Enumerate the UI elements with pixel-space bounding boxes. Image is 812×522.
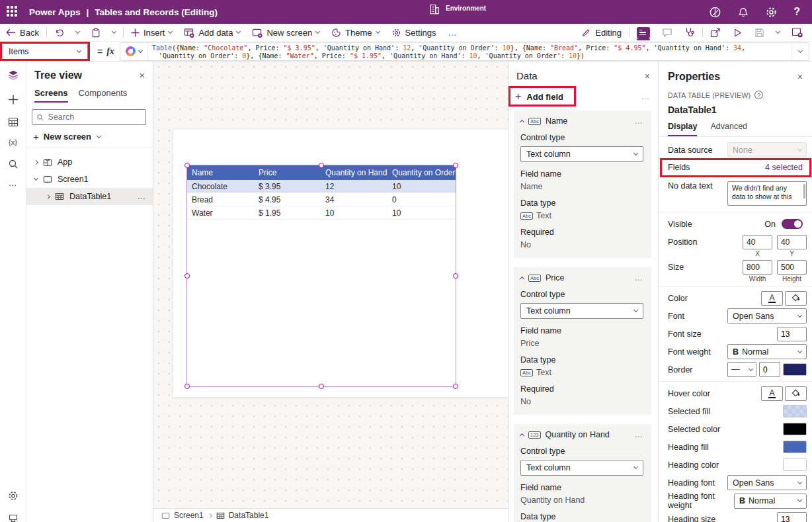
visible-toggle[interactable] — [782, 219, 803, 229]
waffle-menu-icon[interactable] — [7, 6, 19, 18]
tab-display[interactable]: Display — [668, 122, 697, 136]
table-row[interactable]: Water $ 1.95 10 10 — [187, 206, 456, 220]
insert-menu[interactable]: Insert — [125, 24, 179, 41]
more-icon[interactable]: … — [635, 273, 644, 283]
close-icon[interactable]: × — [140, 70, 145, 81]
advanced-settings-rail-icon[interactable] — [7, 490, 19, 504]
publish-button[interactable] — [786, 24, 812, 41]
environment-picker[interactable]: Environment — [428, 3, 486, 15]
no-data-text-input[interactable]: We didn't find any data to show at this — [727, 181, 807, 206]
undo-dropdown[interactable] — [70, 24, 85, 41]
font-size-input[interactable] — [777, 327, 807, 341]
settings-menu[interactable]: Settings — [386, 24, 442, 41]
save-dropdown[interactable] — [770, 24, 786, 41]
search-input[interactable] — [48, 112, 142, 122]
field-card-header[interactable]: 123 Quantity on Hand … — [520, 430, 643, 439]
insert-rail-icon[interactable] — [8, 95, 18, 107]
tree-search-box[interactable] — [32, 109, 146, 125]
fill-color-button[interactable] — [785, 291, 807, 306]
position-x-input[interactable] — [743, 235, 772, 249]
control-type-dropdown[interactable]: Text column — [520, 303, 643, 319]
formula-copilot-button[interactable] — [120, 43, 148, 60]
heading-color-swatch[interactable] — [783, 458, 807, 471]
virtual-agent-rail-icon[interactable] — [8, 514, 19, 522]
column-header[interactable]: Price — [254, 165, 321, 180]
paste-button[interactable] — [85, 24, 106, 41]
formula-input-area[interactable]: Table({Name: "Chocolate", Price: "$ 3.95… — [120, 42, 809, 61]
breadcrumb-datatable1[interactable]: DataTable1 — [216, 511, 269, 520]
heading-font-weight-dropdown[interactable]: BNormal — [734, 494, 807, 509]
heading-font-dropdown[interactable]: Open Sans — [727, 475, 807, 490]
design-canvas[interactable]: Name Price Quantity on Hand Quantity on … — [153, 62, 508, 522]
selected-fill-swatch[interactable] — [783, 405, 807, 417]
control-type-dropdown[interactable]: Text column — [520, 146, 643, 162]
more-icon[interactable]: … — [635, 116, 644, 126]
undo-button[interactable] — [48, 24, 70, 41]
tree-item-datatable1[interactable]: DataTable1 … — [26, 188, 153, 205]
tree-item-screen1[interactable]: Screen1 — [26, 171, 153, 188]
help-icon[interactable]: ? — [754, 91, 763, 99]
font-color-button[interactable]: A — [761, 291, 783, 306]
paste-dropdown[interactable] — [106, 24, 122, 41]
tab-components[interactable]: Components — [79, 88, 128, 103]
save-button[interactable] — [749, 24, 770, 41]
formula-expand-button[interactable] — [792, 43, 809, 60]
search-rail-icon[interactable] — [8, 159, 19, 172]
comments-button[interactable] — [656, 24, 678, 41]
more-icon[interactable]: … — [138, 192, 153, 201]
column-header[interactable]: Quantity on Order — [387, 165, 456, 180]
heading-size-input[interactable] — [777, 512, 807, 522]
new-screen-button[interactable]: + New screen — [26, 125, 153, 148]
field-card-header[interactable]: Abc Price … — [520, 273, 643, 283]
settings-gear-icon[interactable] — [765, 6, 778, 19]
help-icon[interactable]: ? — [793, 6, 800, 18]
app-checker-button[interactable] — [678, 24, 701, 41]
fields-selected-link[interactable]: 4 selected — [765, 163, 807, 172]
variables-rail-icon[interactable]: {x} — [9, 138, 17, 146]
table-row[interactable]: Bread $ 4.95 34 0 — [187, 193, 456, 206]
column-header[interactable]: Name — [187, 165, 254, 180]
scrollbar[interactable] — [803, 184, 805, 198]
copilot-icon[interactable] — [709, 6, 721, 19]
property-selector[interactable]: Items — [1, 43, 88, 60]
table-row[interactable]: Chocolate $ 3.95 12 10 — [187, 180, 456, 193]
data-rail-icon[interactable] — [8, 117, 19, 130]
theme-menu[interactable]: Theme — [325, 24, 385, 41]
selected-color-swatch[interactable] — [783, 423, 807, 435]
field-card-header[interactable]: Abc Name … — [520, 116, 643, 126]
more-icon[interactable]: … — [635, 430, 644, 439]
data-source-dropdown[interactable]: None — [727, 142, 807, 157]
more-icon[interactable]: … — [641, 92, 651, 101]
tree-view-rail-icon[interactable] — [7, 69, 19, 84]
formula-text[interactable]: Table({Name: "Chocolate", Price: "$ 3.95… — [148, 43, 792, 60]
font-weight-dropdown[interactable]: BNormal — [727, 344, 807, 359]
new-screen-menu[interactable]: New screen — [246, 24, 325, 41]
editing-mode-button[interactable]: Editing — [576, 24, 628, 41]
size-width-input[interactable] — [743, 260, 772, 275]
properties-pane-toggle[interactable] — [631, 24, 656, 41]
hover-font-color-button[interactable]: A — [761, 386, 783, 401]
border-width-input[interactable] — [759, 362, 780, 377]
more-commands-button[interactable]: … — [442, 24, 463, 41]
share-button[interactable] — [704, 24, 727, 41]
back-button[interactable]: Back — [0, 24, 45, 41]
tree-item-app[interactable]: App — [26, 153, 153, 171]
control-type-dropdown[interactable]: Text column — [520, 460, 643, 476]
more-rail-icon[interactable]: … — [9, 178, 18, 188]
border-color-swatch[interactable] — [783, 363, 807, 376]
preview-play-button[interactable] — [727, 24, 749, 41]
notifications-bell-icon[interactable] — [737, 6, 749, 18]
close-icon[interactable]: × — [645, 71, 650, 81]
add-field-button[interactable]: Add field — [526, 92, 563, 102]
font-dropdown[interactable]: Open Sans — [727, 308, 807, 324]
column-header[interactable]: Quantity on Hand — [321, 165, 387, 180]
heading-fill-swatch[interactable] — [783, 441, 807, 453]
size-height-input[interactable] — [777, 260, 807, 275]
border-style-dropdown[interactable] — [727, 362, 756, 377]
hover-fill-color-button[interactable] — [785, 386, 807, 401]
close-icon[interactable]: × — [797, 71, 803, 82]
tab-screens[interactable]: Screens — [34, 88, 68, 103]
position-y-input[interactable] — [777, 235, 807, 249]
tab-advanced[interactable]: Advanced — [710, 122, 747, 136]
breadcrumb-screen1[interactable]: Screen1 — [161, 511, 204, 520]
